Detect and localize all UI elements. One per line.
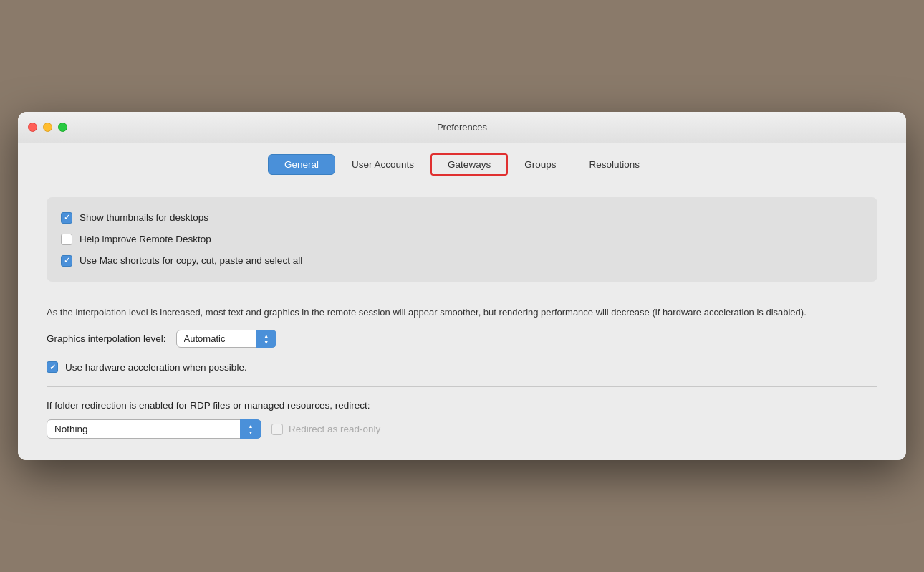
preferences-window: Preferences General User Accounts Gatewa… xyxy=(18,112,906,460)
interpolation-label: Graphics interpolation level: xyxy=(47,333,166,344)
help-improve-row: Help improve Remote Desktop xyxy=(61,230,863,249)
folder-redirect-section: If folder redirection is enabled for RDP… xyxy=(47,400,877,439)
maximize-button[interactable] xyxy=(58,123,67,132)
mac-shortcuts-label: Use Mac shortcuts for copy, cut, paste a… xyxy=(80,255,302,266)
interpolation-select[interactable]: Automatic None Low Medium High xyxy=(176,330,276,348)
tab-general[interactable]: General xyxy=(268,154,335,175)
titlebar: Preferences xyxy=(18,112,906,143)
folder-redirect-description: If folder redirection is enabled for RDP… xyxy=(47,400,877,411)
tab-bar: General User Accounts Gateways Groups Re… xyxy=(18,143,906,183)
help-improve-checkbox[interactable] xyxy=(61,234,72,245)
tab-resolutions[interactable]: Resolutions xyxy=(572,154,656,175)
show-thumbnails-checkbox[interactable] xyxy=(61,212,72,224)
hardware-accel-row: Use hardware acceleration when possible. xyxy=(47,358,877,376)
interpolation-row: Graphics interpolation level: Automatic … xyxy=(47,330,877,348)
mac-shortcuts-row: Use Mac shortcuts for copy, cut, paste a… xyxy=(61,252,863,270)
traffic-lights xyxy=(28,123,67,132)
tab-groups[interactable]: Groups xyxy=(508,154,572,175)
minimize-button[interactable] xyxy=(43,123,52,132)
help-improve-label: Help improve Remote Desktop xyxy=(80,234,211,244)
readonly-label: Redirect as read-only xyxy=(289,424,380,434)
mac-shortcuts-checkbox[interactable] xyxy=(61,255,72,267)
divider-1 xyxy=(47,295,877,295)
general-section: Show thumbnails for desktops Help improv… xyxy=(47,197,877,282)
folder-redirect-row: Nothing Downloads Desktop Documents Cust… xyxy=(47,419,877,439)
tab-gateways[interactable]: Gateways xyxy=(430,153,508,176)
tab-user-accounts[interactable]: User Accounts xyxy=(335,154,430,175)
interpolation-select-wrapper: Automatic None Low Medium High xyxy=(176,330,276,348)
content-area: Show thumbnails for desktops Help improv… xyxy=(18,183,906,460)
show-thumbnails-label: Show thumbnails for desktops xyxy=(80,212,208,223)
hardware-accel-label: Use hardware acceleration when possible. xyxy=(65,362,247,373)
readonly-checkbox[interactable] xyxy=(271,424,283,435)
readonly-row: Redirect as read-only xyxy=(271,424,380,435)
folder-select-wrapper: Nothing Downloads Desktop Documents Cust… xyxy=(47,419,261,439)
divider-2 xyxy=(47,386,877,387)
hardware-accel-checkbox[interactable] xyxy=(47,361,58,373)
folder-redirect-select[interactable]: Nothing Downloads Desktop Documents Cust… xyxy=(47,419,261,439)
interpolation-description: As the interpolation level is increased,… xyxy=(47,305,877,320)
window-title: Preferences xyxy=(437,122,487,133)
show-thumbnails-row: Show thumbnails for desktops xyxy=(61,209,863,227)
close-button[interactable] xyxy=(28,123,37,132)
interpolation-section: As the interpolation level is increased,… xyxy=(47,305,877,376)
